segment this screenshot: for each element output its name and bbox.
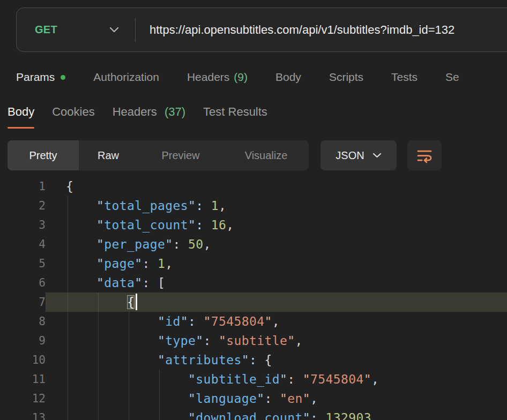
code-content: { <box>46 292 507 312</box>
token-punct: : { <box>249 353 272 367</box>
chevron-down-icon <box>109 27 119 33</box>
tab-params[interactable]: Params <box>16 71 65 84</box>
token-punct <box>66 334 158 348</box>
request-tabs: Params Authorization Headers (9) Body Sc… <box>16 65 507 89</box>
response-tab-cookies[interactable]: Cookies <box>52 100 94 129</box>
token-key: per_page <box>104 237 165 251</box>
wrap-lines-button[interactable] <box>407 140 442 170</box>
view-pretty-button[interactable]: Pretty <box>8 140 79 170</box>
code-line[interactable]: 8 "id": "7545804", <box>0 312 507 331</box>
token-punct: : <box>264 392 280 406</box>
token-keyq: " <box>188 218 196 232</box>
token-key: language <box>196 392 257 406</box>
code-line[interactable]: 2 "total_pages": 1, <box>0 196 507 215</box>
line-number: 5 <box>0 254 46 273</box>
code-line[interactable]: 12 "language": "en", <box>0 389 507 408</box>
tab-tests[interactable]: Tests <box>391 71 417 84</box>
line-number: 3 <box>0 215 46 235</box>
code-line[interactable]: 10 "attributes": { <box>0 350 507 370</box>
token-keyq: " <box>181 314 188 328</box>
method-selector[interactable]: GET <box>17 8 135 51</box>
token-keyq: " <box>158 353 165 367</box>
token-keyq: " <box>188 372 196 386</box>
code-editor[interactable]: 1{2 "total_pages": 1,3 "total_count": 16… <box>0 177 507 420</box>
line-number: 8 <box>0 312 46 331</box>
token-strq: " <box>280 392 287 406</box>
response-tab-test-results[interactable]: Test Results <box>203 100 267 129</box>
line-number: 11 <box>0 370 46 389</box>
token-str: subtitle <box>226 334 287 348</box>
code-line[interactable]: 13 "download_count": 132903, <box>0 408 507 420</box>
token-punct: { <box>66 179 73 193</box>
view-raw-button[interactable]: Raw <box>79 140 138 170</box>
line-number: 1 <box>0 177 46 196</box>
token-keyq: " <box>96 237 104 251</box>
token-key: total_pages <box>104 199 188 213</box>
response-tabs: Body Cookies Headers (37) Test Results <box>8 100 507 129</box>
params-dot-icon <box>61 75 65 80</box>
token-punct: : <box>287 372 303 386</box>
token-num: 50 <box>188 237 204 251</box>
token-punct: : <box>173 237 188 251</box>
headers-count-badge: (9) <box>234 71 248 84</box>
code-line[interactable]: 5 "page": 1, <box>0 254 507 273</box>
code-line[interactable]: 6 "data": [ <box>0 273 507 292</box>
format-dropdown-label: JSON <box>335 149 364 162</box>
line-number: 9 <box>0 331 46 350</box>
token-key: type <box>165 334 196 348</box>
token-punct: , <box>165 257 173 271</box>
tab-headers[interactable]: Headers (9) <box>187 71 248 84</box>
token-punct <box>66 257 96 271</box>
response-tab-body[interactable]: Body <box>8 100 34 129</box>
tab-scripts[interactable]: Scripts <box>329 71 363 84</box>
token-key: total_count <box>104 218 188 232</box>
indent-guide <box>159 370 160 420</box>
token-punct <box>66 276 96 290</box>
token-punct <box>66 237 96 251</box>
tab-body[interactable]: Body <box>275 71 301 84</box>
code-line[interactable]: 11 "subtitle_id": "7545804", <box>0 370 507 389</box>
token-strq: " <box>287 334 295 348</box>
token-keyq: " <box>188 411 196 420</box>
token-keyq: " <box>188 199 196 213</box>
token-punct: , <box>272 314 280 328</box>
view-preview-button[interactable]: Preview <box>138 140 223 170</box>
token-punct <box>66 314 158 328</box>
url-input[interactable]: https://api.opensubtitles.com/api/v1/sub… <box>136 23 507 37</box>
token-punct: , <box>310 392 318 406</box>
method-label: GET <box>35 24 57 36</box>
token-key: page <box>104 257 135 271</box>
code-content: "total_pages": 1, <box>46 196 507 215</box>
token-key: subtitle_id <box>196 372 280 386</box>
token-punct: : <box>196 199 211 213</box>
code-content: "type": "subtitle", <box>46 331 507 350</box>
token-strq: " <box>264 314 272 328</box>
token-num: 16 <box>211 218 227 232</box>
tab-settings[interactable]: Se <box>445 71 459 84</box>
token-key: download_count <box>196 411 302 420</box>
response-headers-count-badge: (37) <box>165 105 185 118</box>
token-str: en <box>287 392 303 406</box>
token-punct: , <box>203 237 211 251</box>
token-num: 1 <box>158 257 165 271</box>
token-punct: : [ <box>143 276 166 290</box>
token-keyq: " <box>303 411 310 420</box>
token-punct <box>66 353 158 367</box>
tab-authorization[interactable]: Authorization <box>93 71 159 84</box>
code-line[interactable]: 7 { <box>0 292 507 312</box>
token-keyq: " <box>96 199 104 213</box>
code-line[interactable]: 1{ <box>0 177 507 196</box>
code-line[interactable]: 9 "type": "subtitle", <box>0 331 507 350</box>
format-dropdown[interactable]: JSON <box>320 140 397 170</box>
line-number: 10 <box>0 350 46 370</box>
response-tab-headers[interactable]: Headers (37) <box>113 100 185 129</box>
view-visualize-button[interactable]: Visualize <box>223 140 309 170</box>
chevron-down-icon <box>372 153 382 158</box>
text-cursor <box>136 294 137 310</box>
code-line[interactable]: 4 "per_page": 50, <box>0 235 507 254</box>
token-keyq: " <box>135 257 142 271</box>
code-line[interactable]: 3 "total_count": 16, <box>0 215 507 235</box>
token-punct: : <box>203 334 219 348</box>
code-content: { <box>46 177 507 196</box>
token-keyq: " <box>158 334 165 348</box>
